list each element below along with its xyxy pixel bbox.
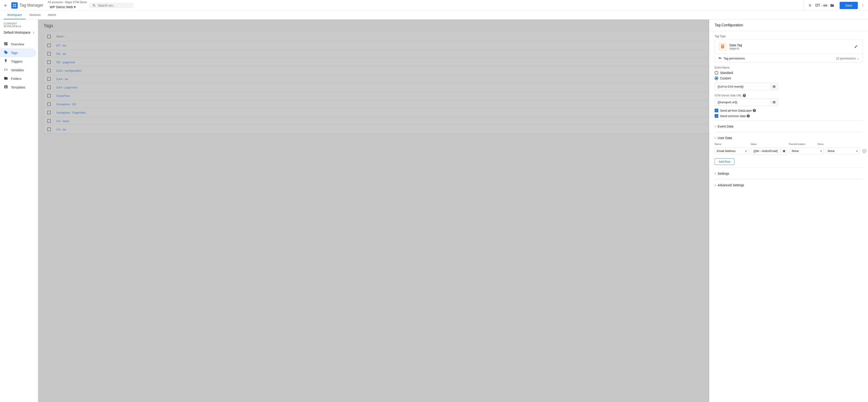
search-input[interactable] — [98, 4, 125, 7]
value-col-label: Value — [750, 143, 787, 146]
settings-chevron-icon: › — [715, 172, 716, 176]
tag-config-title: Tag Configuration — [715, 23, 743, 27]
sidebar-item-overview[interactable]: Overview — [0, 40, 36, 49]
send-datalayer-help-icon[interactable]: ? — [753, 109, 756, 112]
tag-close-button[interactable]: ✕ — [807, 2, 813, 9]
tag-type-name: Data Tag — [730, 43, 850, 47]
add-row-button[interactable]: Add Row — [715, 158, 734, 165]
user-data-transformation-col: None ▾ — [790, 148, 824, 154]
sidebar: CURRENT WORKSPACE Default Workspace › Ov… — [0, 20, 38, 402]
tag-config-body: Tag Type Data Tag stape-io — [709, 31, 868, 194]
send-common-help-icon[interactable]: ? — [747, 114, 750, 118]
event-name-input[interactable] — [715, 83, 770, 90]
top-navigation-bar: Tag Manager All accounts › Stape GTM Dem… — [0, 0, 868, 11]
transformation-col-label: Transformation — [788, 143, 816, 146]
variables-icon — [4, 68, 8, 72]
workspace-item[interactable]: Default Workspace › — [0, 29, 38, 36]
event-data-section: › Event Data — [715, 120, 863, 132]
send-datalayer-checkbox-row[interactable]: ✓ Send all from DataLayer ? — [715, 109, 863, 112]
advanced-settings-title: Advanced Settings — [718, 183, 744, 187]
breadcrumb: All accounts › Stape GTM Demo — [48, 1, 87, 4]
event-data-title: Event Data — [718, 125, 733, 128]
more-menu-button[interactable]: ⋮ — [860, 2, 866, 9]
tags-label: Tags — [11, 51, 18, 55]
key-icon — [718, 57, 722, 60]
tag-type-info: Data Tag stape-io — [730, 43, 850, 50]
checkbox-section: ✓ Send all from DataLayer ? ✓ Send commo… — [715, 109, 863, 118]
permissions-count: 12 permissions — [836, 57, 856, 60]
save-button[interactable]: Save — [840, 2, 858, 9]
custom-radio-button[interactable] — [715, 76, 718, 80]
custom-radio-label: Custom — [720, 76, 731, 80]
name-select-arrow-icon: ▾ — [745, 150, 747, 153]
user-data-value-variable-button[interactable] — [780, 148, 788, 154]
app-title: Tag Manager — [20, 3, 43, 8]
search-bar[interactable] — [89, 3, 134, 8]
gtm-url-input[interactable] — [715, 99, 770, 106]
tag-editor-panel: Tag Configuration Tag Type — [709, 20, 868, 402]
settings-title: Settings — [718, 172, 729, 175]
event-data-header[interactable]: › Event Data — [715, 123, 863, 129]
user-data-value-input[interactable] — [751, 148, 780, 154]
workspace-section-header: CURRENT WORKSPACE — [0, 20, 38, 29]
send-datalayer-label: Send all from DataLayer ? — [720, 109, 756, 112]
app-logo — [11, 2, 18, 9]
sidebar-nav: Overview Tags Triggers Variables — [0, 38, 38, 92]
send-common-checkbox[interactable]: ✓ — [715, 114, 718, 118]
sidebar-item-templates[interactable]: Templates — [0, 83, 36, 92]
sidebar-item-triggers[interactable]: Triggers — [0, 57, 36, 66]
tag-type-edit-button[interactable] — [853, 44, 859, 50]
sidebar-item-folders[interactable]: Folders — [0, 74, 36, 83]
user-data-header[interactable]: › User Data — [715, 135, 863, 141]
user-data-transformation-select[interactable]: None ▾ — [790, 148, 824, 154]
chevron-down-icon: ▾ — [74, 5, 76, 9]
nav-tabs: Workspace Versions Admin — [0, 11, 868, 20]
remove-row-button[interactable] — [861, 148, 867, 154]
standard-radio-option[interactable]: Standard — [715, 71, 863, 74]
permissions-expand-icon[interactable]: › — [858, 57, 859, 60]
user-data-title: User Data — [718, 136, 732, 140]
templates-icon — [4, 85, 8, 90]
tab-workspace[interactable]: Workspace — [4, 11, 26, 19]
user-data-name-select[interactable]: Email Address ▾ — [715, 148, 749, 154]
gtm-url-variable-button[interactable] — [770, 99, 778, 105]
event-name-input-container — [715, 83, 778, 90]
standard-radio-button[interactable] — [715, 71, 718, 74]
svg-rect-0 — [11, 2, 18, 9]
store-col-label: Store — [818, 143, 840, 146]
overview-label: Overview — [11, 42, 24, 46]
sidebar-item-variables[interactable]: Variables — [0, 66, 36, 74]
templates-label: Templates — [11, 86, 25, 89]
store-select-arrow-icon: ▾ — [856, 150, 858, 153]
event-name-radio-group: Standard Custom — [715, 71, 863, 80]
settings-section: › Settings — [715, 168, 863, 179]
tag-folder-button[interactable] — [830, 3, 834, 7]
advanced-settings-chevron-icon: › — [715, 183, 716, 187]
tag-type-label: Tag Type — [715, 35, 863, 38]
search-icon — [92, 4, 96, 7]
workspace-selector[interactable]: WP Demo Web ▾ — [48, 4, 87, 10]
custom-radio-option[interactable]: Custom — [715, 76, 863, 80]
send-common-checkbox-row[interactable]: ✓ Send common data ? — [715, 114, 863, 118]
name-col-label: Name — [715, 143, 749, 146]
gtm-url-help-icon[interactable]: ? — [743, 94, 746, 97]
tag-name-title: DT - ee — [815, 3, 827, 7]
user-data-content: Name Value Transformation Store — [715, 143, 863, 165]
sidebar-item-tags[interactable]: Tags — [0, 49, 36, 57]
gtm-url-section: GTM Server Side URL ? — [715, 94, 863, 106]
tab-versions[interactable]: Versions — [26, 11, 44, 19]
send-datalayer-checkbox[interactable]: ✓ — [715, 109, 718, 112]
user-data-name-col: Email Address ▾ — [715, 148, 749, 154]
user-data-section: › User Data Name Value — [715, 132, 863, 168]
back-button[interactable] — [2, 2, 9, 9]
folders-icon — [4, 76, 8, 81]
user-data-store-select[interactable]: None ▾ — [826, 148, 860, 154]
workspace-arrow-icon: › — [33, 30, 34, 34]
send-common-label: Send common data ? — [720, 114, 750, 118]
advanced-settings-section: › Advanced Settings — [715, 179, 863, 191]
user-data-value-col — [750, 147, 788, 155]
event-name-variable-button[interactable] — [770, 84, 778, 90]
tab-admin[interactable]: Admin — [44, 11, 60, 19]
settings-header[interactable]: › Settings — [715, 171, 863, 177]
advanced-settings-header[interactable]: › Advanced Settings — [715, 182, 863, 188]
